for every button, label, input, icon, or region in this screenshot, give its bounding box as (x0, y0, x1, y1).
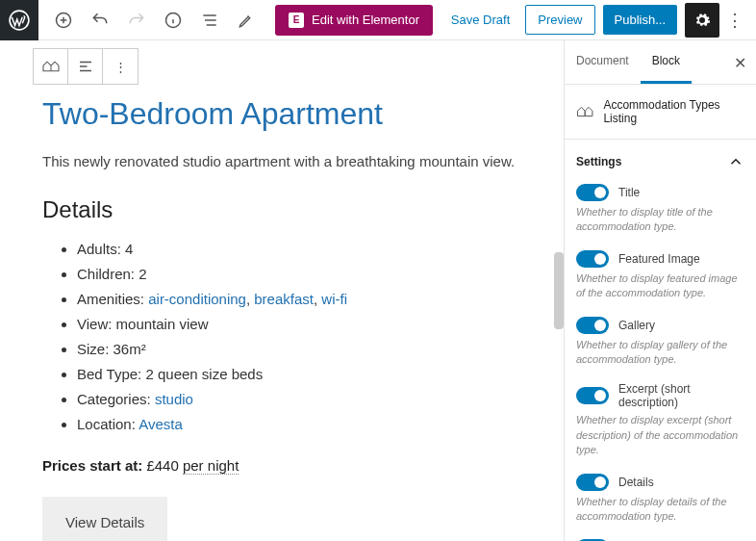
top-toolbar: E Edit with Elementor Save Draft Preview… (0, 0, 756, 40)
settings-button[interactable] (685, 3, 719, 38)
setting-title: TitleWhether to display title of the acc… (565, 184, 756, 250)
details-heading: Details (42, 196, 544, 223)
undo-icon (90, 11, 110, 30)
detail-bed: Bed Type: 2 queen size beds (77, 366, 544, 382)
amenity-link[interactable]: wi-fi (321, 291, 347, 307)
detail-amenities: Amenities: air-conditioning, breakfast, … (77, 291, 544, 307)
setting-label: Title (618, 186, 640, 199)
detail-children: Children: 2 (77, 266, 544, 282)
accommodation-excerpt: This newly renovated studio apartment wi… (42, 153, 544, 169)
more-options-button[interactable]: ⋮ (723, 10, 746, 31)
more-vertical-icon: ⋮ (726, 10, 743, 31)
setting-details: DetailsWhether to display details of the… (565, 474, 756, 540)
settings-panel-header[interactable]: Settings (565, 140, 756, 184)
details-list: Adults: 4 Children: 2 Amenities: air-con… (42, 241, 544, 432)
close-sidebar-button[interactable]: ✕ (734, 54, 746, 72)
gear-icon (693, 12, 711, 29)
detail-categories: Categories: studio (77, 391, 544, 407)
scrollbar-thumb[interactable] (554, 252, 564, 329)
info-button[interactable] (156, 3, 190, 38)
toggle-2[interactable] (576, 317, 609, 334)
setting-label: Gallery (618, 319, 655, 332)
detail-size: Size: 36m² (77, 341, 544, 357)
setting-label: Featured Image (618, 252, 700, 266)
detail-location: Location: Avesta (77, 416, 544, 432)
setting-gallery: GalleryWhether to display gallery of the… (565, 317, 756, 383)
chevron-up-icon (727, 153, 744, 170)
setting-description: Whether to display gallery of the accomm… (576, 338, 744, 368)
elementor-label: Edit with Elementor (312, 13, 419, 27)
tab-document[interactable]: Document (565, 40, 641, 84)
location-link[interactable]: Avesta (139, 416, 183, 432)
sidebar-tabs: Document Block ✕ (565, 40, 756, 85)
toggle-4[interactable] (576, 474, 609, 491)
setting-label: Excerpt (short description) (618, 382, 744, 409)
category-link[interactable]: studio (155, 391, 193, 407)
setting-excerpt-short-description-: Excerpt (short description)Whether to di… (565, 382, 756, 473)
accommodation-title-link[interactable]: Two-Bedroom Apartment (42, 96, 383, 131)
tab-block[interactable]: Block (641, 40, 692, 84)
wordpress-icon (9, 10, 30, 31)
align-button[interactable] (68, 49, 103, 84)
block-more-button[interactable]: ⋮ (103, 49, 138, 84)
toggle-3[interactable] (576, 387, 609, 404)
detail-adults: Adults: 4 (77, 241, 544, 257)
block-type-header: Accommodation Types Listing (565, 85, 756, 140)
editor-canvas: ⋮ Two-Bedroom Apartment This newly renov… (0, 40, 564, 541)
edit-with-elementor-button[interactable]: E Edit with Elementor (275, 5, 433, 36)
house-icon (41, 59, 61, 74)
redo-icon (127, 11, 146, 30)
setting-description: Whether to display details of the accomm… (576, 495, 744, 525)
amenity-link[interactable]: air-conditioning (148, 291, 246, 307)
detail-view: View: mountain view (77, 316, 544, 332)
wordpress-logo[interactable] (0, 0, 38, 40)
publish-button[interactable]: Publish... (603, 5, 677, 35)
toggle-0[interactable] (576, 184, 609, 201)
accommodation-title: Two-Bedroom Apartment (42, 96, 544, 132)
setting-description: Whether to display excerpt (short descri… (576, 413, 744, 457)
add-block-button[interactable] (46, 3, 81, 38)
setting-description: Whether to display title of the accommod… (576, 205, 744, 235)
settings-sidebar: Document Block ✕ Accommodation Types Lis… (564, 40, 756, 541)
block-type-button[interactable] (34, 49, 68, 84)
close-icon: ✕ (734, 55, 746, 71)
redo-button[interactable] (119, 3, 154, 38)
view-details-button[interactable]: View Details (42, 497, 167, 541)
toggle-1[interactable] (576, 250, 609, 268)
plus-circle-icon (54, 11, 73, 30)
list-icon (200, 11, 219, 30)
elementor-icon: E (289, 13, 304, 28)
pencil-icon (238, 12, 255, 29)
block-type-label: Accommodation Types Listing (603, 98, 744, 125)
more-vertical-icon: ⋮ (114, 60, 127, 74)
info-icon (164, 11, 183, 30)
outline-button[interactable] (192, 3, 227, 38)
setting-featured-image: Featured ImageWhether to display feature… (565, 250, 756, 317)
undo-button[interactable] (83, 3, 117, 38)
preview-button[interactable]: Preview (525, 5, 594, 35)
save-draft-button[interactable]: Save Draft (443, 5, 517, 35)
setting-description: Whether to display featured image of the… (576, 271, 744, 301)
align-icon (77, 58, 94, 75)
price-line: Prices start at: £440 per night (42, 457, 544, 474)
house-icon (576, 104, 593, 119)
amenity-link[interactable]: breakfast (254, 291, 314, 307)
edit-mode-button[interactable] (229, 3, 264, 38)
block-toolbar: ⋮ (33, 48, 139, 85)
setting-label: Details (618, 476, 654, 489)
